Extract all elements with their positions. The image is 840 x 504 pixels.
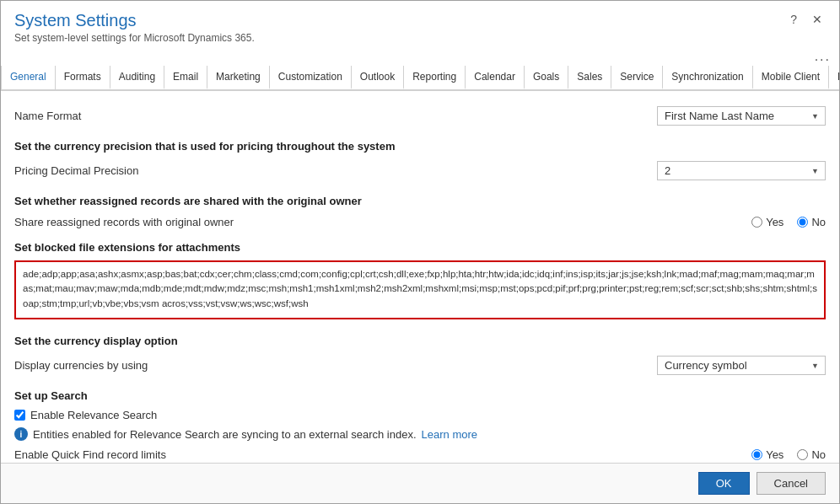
tab-auditing[interactable]: Auditing (110, 66, 164, 89)
enable-relevance-label: Enable Relevance Search (30, 409, 157, 421)
share-reassigned-no-radio[interactable] (797, 217, 808, 228)
name-format-field: First Name Last Name Last Name First Nam… (657, 106, 826, 126)
currency-display-label: Display currencies by using (14, 359, 250, 372)
pricing-decimal-field: 2 0 1 3 4 (657, 161, 826, 180)
share-reassigned-no-text: No (811, 216, 826, 228)
tabs-bar: General Formats Auditing Email Marketing… (1, 66, 839, 91)
tab-formats[interactable]: Formats (56, 66, 110, 89)
quick-find-yes-radio[interactable] (751, 449, 762, 460)
title-bar: System Settings Set system-level setting… (1, 1, 839, 47)
dialog-title: System Settings (14, 11, 255, 30)
tab-calendar[interactable]: Calendar (466, 66, 525, 89)
pricing-decimal-select[interactable]: 2 0 1 3 4 (657, 161, 826, 180)
ok-button[interactable]: OK (698, 472, 750, 495)
currency-display-select[interactable]: Currency symbol Currency code (657, 356, 826, 375)
currency-display-field: Currency symbol Currency code (657, 356, 826, 375)
quick-find-label: Enable Quick Find record limits (14, 448, 250, 461)
name-format-row: Name Format First Name Last Name Last Na… (14, 101, 826, 131)
share-reassigned-field: Yes No (751, 216, 826, 228)
name-format-select[interactable]: First Name Last Name Last Name First Nam… (657, 106, 826, 126)
quick-find-no-text: No (811, 448, 826, 461)
footer: OK Cancel (1, 463, 839, 503)
quick-find-row: Enable Quick Find record limits Yes No (14, 443, 826, 463)
tab-email[interactable]: Email (164, 66, 207, 89)
share-reassigned-label: Share reassigned records with original o… (14, 216, 250, 228)
currency-precision-section-header: Set the currency precision that is used … (14, 131, 826, 156)
pricing-decimal-select-wrapper: 2 0 1 3 4 (657, 161, 826, 180)
pricing-decimal-label: Pricing Decimal Precision (14, 164, 250, 177)
currency-display-row: Display currencies by using Currency sym… (14, 351, 826, 381)
pricing-decimal-row: Pricing Decimal Precision 2 0 1 3 4 (14, 156, 826, 186)
name-format-select-wrapper: First Name Last Name Last Name First Nam… (657, 106, 826, 126)
search-section-header: Set up Search (14, 381, 826, 405)
tab-reporting[interactable]: Reporting (404, 66, 466, 89)
blocked-extensions-header: Set blocked file extensions for attachme… (14, 234, 826, 257)
learn-more-link[interactable]: Learn more (422, 428, 477, 441)
dialog-subtitle: Set system-level settings for Microsoft … (14, 32, 255, 44)
quick-find-no-label[interactable]: No (797, 448, 826, 461)
share-reassigned-yes-label[interactable]: Yes (751, 216, 783, 228)
tab-previews[interactable]: Previews (829, 66, 839, 89)
share-reassigned-radio-group: Yes No (751, 216, 826, 228)
tab-synchronization[interactable]: Synchronization (663, 66, 752, 89)
quick-find-radio-group: Yes No (751, 448, 826, 461)
enable-relevance-row: Enable Relevance Search (14, 405, 826, 425)
content-area: Name Format First Name Last Name Last Na… (1, 91, 839, 463)
tab-service[interactable]: Service (611, 66, 663, 89)
share-reassigned-yes-radio[interactable] (751, 217, 762, 228)
title-bar-controls: ? ✕ (787, 11, 826, 28)
tab-general[interactable]: General (1, 66, 56, 91)
currency-display-select-wrapper: Currency symbol Currency code (657, 356, 826, 375)
quick-find-yes-label[interactable]: Yes (751, 448, 783, 461)
tab-sales[interactable]: Sales (568, 66, 611, 89)
quick-find-yes-text: Yes (766, 448, 783, 461)
close-button[interactable]: ✕ (809, 11, 826, 28)
tab-outlook[interactable]: Outlook (352, 66, 404, 89)
tab-marketing[interactable]: Marketing (207, 66, 270, 89)
name-format-label: Name Format (14, 110, 250, 122)
cancel-button[interactable]: Cancel (757, 472, 826, 495)
share-reassigned-yes-text: Yes (766, 216, 783, 228)
more-options[interactable]: ... (1, 47, 839, 66)
reassigned-records-section-header: Set whether reassigned records are share… (14, 186, 826, 211)
relevance-info-text: Entities enabled for Relevance Search ar… (33, 428, 417, 441)
quick-find-no-radio[interactable] (797, 449, 808, 460)
tab-customization[interactable]: Customization (270, 66, 352, 89)
share-reassigned-row: Share reassigned records with original o… (14, 211, 826, 234)
help-button[interactable]: ? (787, 11, 800, 28)
enable-relevance-checkbox[interactable] (14, 410, 25, 421)
tab-mobile-client[interactable]: Mobile Client (753, 66, 829, 89)
tab-goals[interactable]: Goals (525, 66, 568, 89)
info-icon: i (14, 427, 28, 441)
quick-find-field: Yes No (751, 448, 826, 461)
system-settings-dialog: System Settings Set system-level setting… (0, 0, 840, 504)
share-reassigned-no-label[interactable]: No (797, 216, 826, 228)
blocked-extensions-box[interactable]: ade;adp;app;asa;ashx;asmx;asp;bas;bat;cd… (14, 260, 826, 319)
relevance-search-info-row: i Entities enabled for Relevance Search … (14, 425, 826, 443)
title-bar-left: System Settings Set system-level setting… (14, 11, 255, 44)
currency-display-section-header: Set the currency display option (14, 326, 826, 351)
